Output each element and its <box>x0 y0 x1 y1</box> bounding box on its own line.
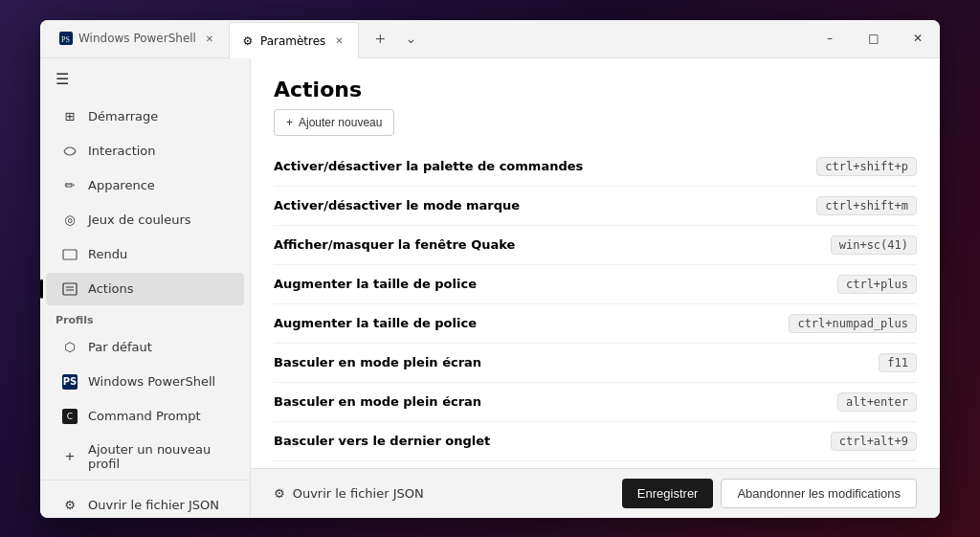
add-new-plus-icon: + <box>286 116 293 129</box>
windows-powershell-profile-icon: PS <box>61 373 78 391</box>
cancel-button[interactable]: Abandonner les modifications <box>721 479 917 508</box>
tab-actions: + ⌄ <box>359 25 432 52</box>
add-profile-icon: + <box>61 448 78 465</box>
interaction-label: Interaction <box>88 144 156 158</box>
command-prompt-icon: C <box>61 408 78 425</box>
close-button[interactable]: ✕ <box>896 20 940 57</box>
powershell-tab-icon: PS <box>59 32 73 45</box>
actions-label: Actions <box>88 281 134 296</box>
svg-text:PS: PS <box>61 35 70 44</box>
par-defaut-label: Par défaut <box>88 340 152 354</box>
json-icon: ⚙ <box>61 497 78 514</box>
add-tab-button[interactable]: + <box>367 25 393 52</box>
sidebar-item-json[interactable]: ⚙ Ouvrir le fichier JSON <box>46 489 244 518</box>
sidebar-item-interaction[interactable]: Interaction <box>46 135 244 168</box>
maximize-button[interactable]: □ <box>852 20 896 57</box>
tab-powershell[interactable]: PS Windows PowerShell ✕ <box>48 20 229 57</box>
action-name: Afficher/masquer la fenêtre Quake <box>274 237 515 252</box>
action-shortcut: win+sc(41) <box>831 235 917 255</box>
sidebar-item-command-prompt[interactable]: C Command Prompt <box>46 400 244 433</box>
hamburger-icon[interactable]: ☰ <box>56 70 69 88</box>
json-label: Ouvrir le fichier JSON <box>88 498 219 512</box>
add-profile-label: Ajouter un nouveau profil <box>88 442 229 471</box>
action-item-3[interactable]: Augmenter la taille de police ctrl+plus <box>274 265 917 304</box>
minimize-button[interactable]: – <box>808 20 852 57</box>
sidebar-item-apparence[interactable]: ✏ Apparence <box>46 169 244 202</box>
window-controls: – □ ✕ <box>808 20 940 57</box>
action-item-6[interactable]: Basculer en mode plein écran alt+enter <box>274 383 917 422</box>
action-name: Activer/désactiver le mode marque <box>274 198 520 213</box>
footer-json-label: Ouvrir le fichier JSON <box>293 486 424 501</box>
action-name: Basculer en mode plein écran <box>274 394 481 409</box>
action-item-0[interactable]: Activer/désactiver la palette de command… <box>274 147 917 187</box>
rendu-icon <box>61 246 78 263</box>
titlebar: PS Windows PowerShell ✕ ⚙ Paramètres ✕ +… <box>40 20 940 58</box>
action-name: Basculer en mode plein écran <box>274 355 481 369</box>
parametres-tab-close[interactable]: ✕ <box>331 34 346 49</box>
windows-powershell-profile-label: Windows PowerShell <box>88 374 215 389</box>
page-title: Actions <box>274 78 917 101</box>
jeux-couleurs-label: Jeux de couleurs <box>88 213 191 227</box>
svg-rect-3 <box>63 283 77 295</box>
sidebar-item-jeux-couleurs[interactable]: ◎ Jeux de couleurs <box>46 204 244 236</box>
action-item-1[interactable]: Activer/désactiver le mode marque ctrl+s… <box>274 187 917 226</box>
profiles-section-label: Profils <box>40 306 250 330</box>
apparence-icon: ✏ <box>61 177 78 194</box>
sidebar-header: ☰ <box>40 58 250 100</box>
action-name: Augmenter la taille de police <box>274 277 477 291</box>
sidebar-item-actions[interactable]: Actions <box>46 273 244 305</box>
action-shortcut: ctrl+alt+9 <box>831 432 917 451</box>
action-shortcut: ctrl+plus <box>837 275 917 294</box>
action-shortcut: f11 <box>879 353 917 372</box>
add-new-button[interactable]: + Ajouter nouveau <box>274 109 394 136</box>
sidebar-item-demarrage[interactable]: ⊞ Démarrage <box>46 101 244 133</box>
action-shortcut: ctrl+numpad_plus <box>789 314 917 333</box>
sidebar-item-add-profile[interactable]: + Ajouter un nouveau profil <box>46 435 244 479</box>
main-content: Actions + Ajouter nouveau Activer/désact… <box>251 58 940 518</box>
footer-buttons: Enregistrer Abandonner les modifications <box>622 479 917 508</box>
jeux-couleurs-icon: ◎ <box>61 212 78 229</box>
action-item-2[interactable]: Afficher/masquer la fenêtre Quake win+sc… <box>274 226 917 265</box>
tab-dropdown-button[interactable]: ⌄ <box>397 25 424 52</box>
actions-list: Activer/désactiver la palette de command… <box>251 147 940 468</box>
footer-json-icon: ⚙ <box>274 486 285 501</box>
main-footer: ⚙ Ouvrir le fichier JSON Enregistrer Aba… <box>251 468 940 518</box>
powershell-tab-close[interactable]: ✕ <box>202 31 217 46</box>
gear-tab-icon: ⚙ <box>241 34 255 48</box>
action-shortcut: ctrl+shift+p <box>816 157 917 176</box>
action-item-4[interactable]: Augmenter la taille de police ctrl+numpa… <box>274 304 917 344</box>
apparence-label: Apparence <box>88 178 155 192</box>
sidebar: ☰ ⊞ Démarrage Interaction ✏ Apparence ◎ … <box>40 58 251 518</box>
action-item-5[interactable]: Basculer en mode plein écran f11 <box>274 344 917 383</box>
action-shortcut: alt+enter <box>837 392 917 412</box>
sidebar-item-windows-powershell[interactable]: PS Windows PowerShell <box>46 366 244 398</box>
svg-rect-2 <box>63 250 77 259</box>
sidebar-bottom: ⚙ Ouvrir le fichier JSON <box>40 480 250 518</box>
sidebar-item-par-defaut[interactable]: ⬡ Par défaut <box>46 331 244 364</box>
rendu-label: Rendu <box>88 247 127 261</box>
command-prompt-label: Command Prompt <box>88 409 201 423</box>
action-name: Augmenter la taille de police <box>274 316 477 330</box>
tab-bar: PS Windows PowerShell ✕ ⚙ Paramètres ✕ +… <box>40 20 808 57</box>
par-defaut-icon: ⬡ <box>61 339 78 356</box>
sidebar-item-rendu[interactable]: Rendu <box>46 238 244 271</box>
powershell-tab-label: Windows PowerShell <box>78 32 196 45</box>
actions-icon <box>61 280 78 298</box>
action-name: Basculer vers le dernier onglet <box>274 434 490 448</box>
demarrage-icon: ⊞ <box>61 108 78 125</box>
main-header: Actions + Ajouter nouveau <box>251 58 940 147</box>
save-button[interactable]: Enregistrer <box>622 479 714 508</box>
content-area: ☰ ⊞ Démarrage Interaction ✏ Apparence ◎ … <box>40 58 940 518</box>
parametres-tab-label: Paramètres <box>260 34 325 48</box>
action-shortcut: ctrl+shift+m <box>816 196 917 215</box>
action-item-7[interactable]: Basculer vers le dernier onglet ctrl+alt… <box>274 422 917 461</box>
interaction-icon <box>61 143 78 160</box>
settings-window: PS Windows PowerShell ✕ ⚙ Paramètres ✕ +… <box>40 20 940 518</box>
footer-json-link[interactable]: ⚙ Ouvrir le fichier JSON <box>274 486 424 501</box>
action-name: Activer/désactiver la palette de command… <box>274 159 583 173</box>
action-item-8[interactable]: Basculer vers l'onglet, index:0 ctrl+alt… <box>274 461 917 468</box>
tab-parametres[interactable]: ⚙ Paramètres ✕ <box>229 22 359 59</box>
demarrage-label: Démarrage <box>88 109 158 123</box>
add-new-label: Ajouter nouveau <box>299 116 382 129</box>
